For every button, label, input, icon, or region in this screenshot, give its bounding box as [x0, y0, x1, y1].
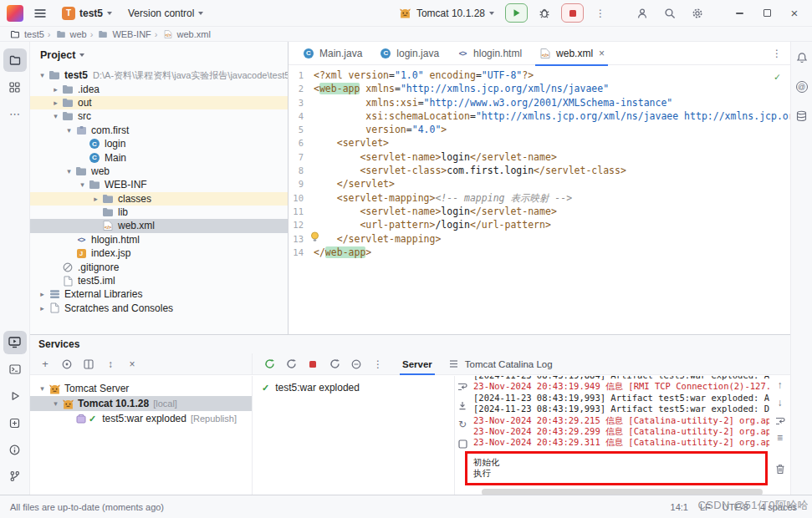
- line-number[interactable]: 7: [289, 150, 314, 164]
- line-number[interactable]: 9: [289, 177, 314, 190]
- line-number[interactable]: 10: [289, 191, 314, 205]
- breadcrumb-WEB-INF[interactable]: WEB-INF: [96, 28, 151, 40]
- tool-window-run-button[interactable]: [3, 384, 27, 408]
- tool-window-problems-button[interactable]: [3, 438, 27, 461]
- console-output[interactable]: [2024-11-23 08:43:19,884] Artifact test5…: [470, 376, 769, 495]
- chevron-open-icon[interactable]: ▾: [50, 399, 61, 408]
- project-item-hlogin.html[interactable]: <>hlogin.html: [30, 233, 288, 246]
- sort-button[interactable]: ↕: [104, 358, 117, 371]
- profile-button[interactable]: [631, 3, 653, 23]
- project-item-index.jsp[interactable]: Jindex.jsp: [30, 246, 288, 260]
- intention-bulb-icon[interactable]: [310, 231, 320, 242]
- scroll-to-top-button[interactable]: ↑: [774, 378, 787, 392]
- close-tab-icon[interactable]: ×: [599, 48, 605, 59]
- project-panel-header[interactable]: Project: [30, 42, 288, 69]
- open-window-button[interactable]: [456, 437, 469, 450]
- line-number[interactable]: 11: [289, 205, 314, 218]
- project-item-test5[interactable]: ▾test5D:\A-资料\课程资料\java实验报告\javacode\tes…: [30, 69, 288, 82]
- project-item-lib[interactable]: lib: [30, 206, 288, 219]
- view-mode-button[interactable]: [60, 358, 74, 371]
- scroll-to-end-button[interactable]: [456, 399, 469, 412]
- search-button[interactable]: [659, 3, 681, 23]
- service-item-test5:war exploded[interactable]: ✓test5:war exploded[Republish]: [30, 411, 252, 426]
- tool-window-project-button[interactable]: [3, 48, 27, 72]
- hide-button[interactable]: ×: [125, 358, 139, 371]
- chevron-open-icon[interactable]: ▾: [37, 71, 48, 79]
- split-button[interactable]: [82, 358, 95, 371]
- line-number[interactable]: 8: [289, 164, 314, 177]
- debug-button[interactable]: [534, 3, 555, 23]
- close-button[interactable]: ×: [784, 3, 805, 23]
- tool-window-more-button[interactable]: ⋯: [3, 102, 27, 125]
- options-button[interactable]: [350, 358, 363, 371]
- main-menu-button[interactable]: [29, 3, 51, 23]
- add-button[interactable]: +: [38, 358, 52, 371]
- chevron-closed-icon[interactable]: ▸: [90, 195, 101, 203]
- redeploy-button[interactable]: [328, 358, 341, 371]
- editor-tab-options-button[interactable]: ⋮: [772, 48, 782, 58]
- code-editor[interactable]: 1<?xml version="1.0" encoding="UTF-8"?>2…: [289, 65, 790, 334]
- wrap-lines-button[interactable]: [774, 414, 787, 427]
- breadcrumb-web.xml[interactable]: </>web.xml: [161, 28, 211, 40]
- tool-window-structure-button[interactable]: [3, 75, 27, 99]
- stop-button[interactable]: [306, 358, 319, 371]
- line-number[interactable]: 1: [289, 69, 314, 82]
- restart-log-button[interactable]: ↻: [456, 418, 469, 431]
- project-item-src[interactable]: ▾src: [30, 109, 288, 123]
- scroll-to-bottom-button[interactable]: ↓: [774, 396, 787, 409]
- project-item-Main[interactable]: CMain: [30, 150, 288, 164]
- line-number[interactable]: 12: [289, 218, 314, 231]
- run-config-widget[interactable]: Tomcat 10.1.28: [394, 5, 499, 22]
- project-item-.idea[interactable]: ▸.idea: [30, 82, 288, 95]
- project-widget[interactable]: T test5: [57, 4, 117, 23]
- project-item-login[interactable]: Clogin: [30, 137, 288, 150]
- project-item-classes[interactable]: ▸classes: [30, 192, 288, 206]
- tool-window-build-button[interactable]: [3, 411, 27, 434]
- database-button[interactable]: [793, 107, 811, 125]
- line-number[interactable]: 2: [289, 82, 314, 95]
- line-number[interactable]: 14: [289, 246, 314, 259]
- inspections-ok-icon[interactable]: ✓: [774, 70, 780, 84]
- more-actions-button[interactable]: ⋮: [590, 3, 611, 23]
- tool-window-terminal-button[interactable]: [3, 358, 27, 381]
- chevron-open-icon[interactable]: ▾: [64, 126, 74, 135]
- more-run-button[interactable]: ⋮: [371, 358, 385, 371]
- project-item-web.xml[interactable]: </>web.xml: [30, 219, 288, 232]
- project-item-Scratches and Consoles[interactable]: ▸Scratches and Consoles: [30, 302, 288, 315]
- project-item-test5.iml[interactable]: test5.iml: [30, 274, 288, 287]
- editor-tab-hlogin.html[interactable]: <>hlogin.html: [447, 42, 530, 65]
- project-item-.gitignore[interactable]: .gitignore: [30, 260, 288, 273]
- editor-tab-Main.java[interactable]: CMain.java: [294, 42, 370, 65]
- project-item-WEB-INF[interactable]: ▾WEB-INF: [30, 178, 288, 191]
- ai-assistant-button[interactable]: @: [793, 78, 811, 96]
- stop-button[interactable]: [561, 3, 584, 23]
- service-item-Tomcat 10.1.28[interactable]: ▾Tomcat 10.1.28[local]: [30, 396, 252, 411]
- line-number[interactable]: 3: [289, 96, 314, 109]
- chevron-open-icon[interactable]: ▾: [64, 167, 74, 175]
- notifications-button[interactable]: [793, 48, 811, 67]
- tool-window-version-control-button[interactable]: [3, 465, 27, 488]
- tool-window-services-button[interactable]: [3, 331, 27, 354]
- deployment-test5:war exploded[interactable]: ✓test5:war exploded: [261, 380, 446, 395]
- soft-wrap-button[interactable]: [456, 379, 469, 393]
- chevron-closed-icon[interactable]: ▸: [37, 290, 48, 298]
- clear-console-button[interactable]: [774, 462, 787, 475]
- chevron-open-icon[interactable]: ▾: [77, 180, 88, 189]
- chevron-closed-icon[interactable]: ▸: [50, 99, 61, 107]
- line-number[interactable]: 6: [289, 136, 314, 150]
- services-tab-Server[interactable]: Server: [395, 353, 440, 374]
- rerun-debug-button[interactable]: [284, 358, 298, 371]
- line-number[interactable]: 4: [289, 109, 314, 123]
- project-item-web[interactable]: ▾web: [30, 165, 288, 178]
- run-button[interactable]: [505, 3, 528, 23]
- service-item-Tomcat Server[interactable]: ▾Tomcat Server: [30, 381, 252, 396]
- chevron-closed-icon[interactable]: ▸: [37, 304, 48, 312]
- editor-tab-web.xml[interactable]: </>web.xml×: [530, 42, 613, 65]
- caret-position[interactable]: 14:1: [671, 502, 688, 512]
- chevron-closed-icon[interactable]: ▸: [50, 85, 61, 94]
- vcs-widget[interactable]: Version control: [123, 5, 208, 22]
- minimize-button[interactable]: [728, 3, 750, 23]
- chevron-open-icon[interactable]: ▾: [37, 384, 48, 393]
- project-item-com.first[interactable]: ▾com.first: [30, 124, 288, 137]
- project-item-out[interactable]: ▸out: [30, 96, 288, 109]
